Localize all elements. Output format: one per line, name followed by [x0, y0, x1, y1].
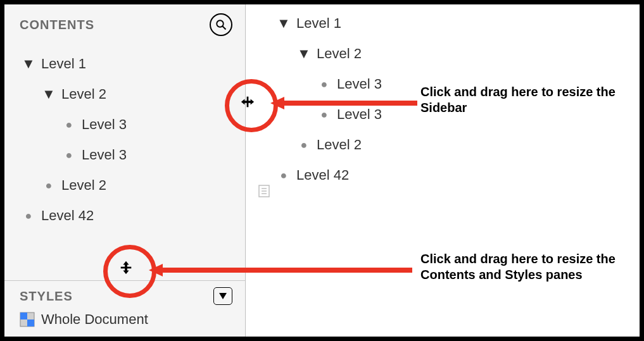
search-icon: [215, 19, 227, 30]
outline-item[interactable]: ▼ Level 1: [277, 8, 640, 39]
styles-dropdown-button[interactable]: [213, 287, 232, 305]
outline-item-label: Level 2: [317, 137, 362, 153]
tree-item[interactable]: ▼ Level 2: [22, 79, 245, 109]
bullet-icon: ●: [298, 139, 310, 152]
tree-item[interactable]: ● Level 42: [22, 201, 245, 231]
search-button[interactable]: [210, 13, 232, 36]
resize-vertical-cursor-icon[interactable]: [118, 260, 134, 275]
svg-rect-5: [27, 319, 34, 326]
svg-rect-11: [247, 97, 249, 108]
note-icon[interactable]: [258, 184, 270, 201]
styles-header: STYLES: [4, 281, 245, 306]
tree-item[interactable]: ● Level 3: [22, 109, 245, 140]
tree-item[interactable]: ▼ Level 1: [22, 49, 245, 79]
styles-header-label: STYLES: [20, 289, 73, 304]
contents-header: CONTENTS: [4, 4, 245, 36]
styles-section: STYLES Whole Document: [4, 280, 245, 337]
main-pane: ▼ Level 1 ▼ Level 2 ● Level 3 ● Level 3 …: [246, 4, 640, 337]
outline-item-label: Level 1: [296, 15, 341, 32]
bullet-icon: ●: [318, 108, 331, 121]
outline-item-label: Level 42: [296, 167, 349, 183]
bullet-icon: ●: [63, 118, 75, 132]
outline-item[interactable]: ▼ Level 2: [277, 39, 640, 69]
bullet-icon: ●: [277, 169, 290, 182]
chevron-down-icon: [219, 293, 227, 299]
sidebar: CONTENTS ▼ Level 1 ▼ Level 2 ● Level 3: [4, 4, 246, 337]
style-item-whole-document[interactable]: Whole Document: [4, 306, 245, 337]
disclosure-triangle-icon[interactable]: ▼: [298, 46, 310, 62]
tree-item-label: Level 3: [82, 147, 127, 163]
app-window: CONTENTS ▼ Level 1 ▼ Level 2 ● Level 3: [0, 0, 644, 341]
outline-item-label: Level 3: [337, 106, 382, 123]
annotation-resize-sidebar: Click and drag here to resize the Sideba…: [420, 84, 623, 116]
style-item-label: Whole Document: [41, 311, 148, 328]
svg-line-1: [222, 26, 225, 29]
outline-item-label: Level 3: [337, 76, 382, 92]
bullet-icon: ●: [63, 149, 75, 162]
contents-tree: ▼ Level 1 ▼ Level 2 ● Level 3 ● Level 3 …: [4, 49, 245, 231]
contents-header-label: CONTENTS: [20, 18, 94, 32]
outline-item-label: Level 2: [317, 46, 362, 62]
bullet-icon: ●: [22, 209, 35, 223]
tree-item-label: Level 2: [61, 177, 106, 194]
disclosure-triangle-icon[interactable]: ▼: [277, 15, 290, 32]
outline-item[interactable]: ● Level 2: [277, 130, 640, 160]
tree-item[interactable]: ● Level 2: [22, 170, 245, 201]
svg-rect-13: [121, 267, 132, 269]
svg-rect-4: [20, 313, 27, 319]
svg-marker-2: [219, 293, 227, 299]
tree-item-label: Level 2: [61, 86, 106, 102]
tree-item-label: Level 3: [82, 116, 127, 133]
tree-item[interactable]: ● Level 3: [22, 140, 245, 170]
bullet-icon: ●: [42, 179, 55, 192]
outline-item[interactable]: ● Level 42: [277, 160, 640, 190]
disclosure-triangle-icon[interactable]: ▼: [22, 56, 35, 72]
document-style-icon: [20, 312, 35, 327]
bullet-icon: ●: [318, 78, 331, 91]
annotation-resize-panes: Click and drag here to resize the Conten…: [420, 251, 623, 283]
svg-point-0: [217, 20, 224, 27]
resize-horizontal-cursor-icon[interactable]: [240, 94, 255, 109]
tree-item-label: Level 1: [41, 56, 86, 72]
tree-item-label: Level 42: [41, 208, 94, 224]
disclosure-triangle-icon[interactable]: ▼: [42, 86, 55, 102]
